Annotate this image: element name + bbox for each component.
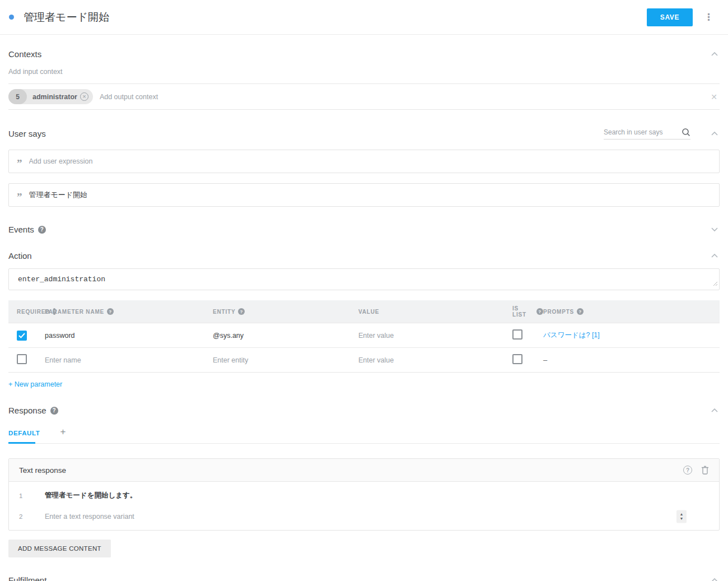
islist-checkbox[interactable] bbox=[512, 354, 522, 364]
add-input-context-field[interactable] bbox=[8, 68, 720, 76]
response-help-icon[interactable]: ? bbox=[50, 407, 58, 415]
prompts-empty-dash: – bbox=[543, 356, 547, 364]
col-prompts-label: PROMPTS bbox=[543, 309, 574, 315]
events-expand-icon[interactable] bbox=[710, 226, 720, 233]
user-says-search bbox=[604, 128, 690, 140]
response-variant-input[interactable] bbox=[45, 513, 709, 520]
parameter-name-help-icon[interactable]: ? bbox=[107, 308, 114, 315]
contexts-section: Contexts 5 administrator × ✕ bbox=[8, 49, 720, 110]
response-collapse-icon[interactable] bbox=[710, 407, 720, 414]
text-response-card-header: Text response ? bbox=[9, 459, 719, 482]
response-heading: Response bbox=[8, 406, 46, 415]
action-section: Action bbox=[8, 251, 720, 290]
clear-contexts-icon[interactable]: ✕ bbox=[708, 91, 720, 103]
user-expression-text[interactable]: 管理者モード開始 bbox=[29, 190, 88, 200]
search-icon bbox=[682, 128, 690, 137]
required-checkbox-checked[interactable] bbox=[17, 331, 27, 341]
col-entity-label: ENTITY bbox=[213, 309, 235, 315]
col-value-label: VALUE bbox=[358, 309, 379, 315]
parameter-entity-input[interactable] bbox=[213, 356, 344, 364]
stepper-up-icon[interactable]: ▲ bbox=[680, 512, 684, 516]
tab-default[interactable]: DEFAULT bbox=[8, 426, 41, 443]
parameter-value-input[interactable] bbox=[358, 356, 497, 364]
quote-icon: ” bbox=[17, 195, 22, 199]
add-response-tab-icon[interactable]: + bbox=[58, 426, 68, 443]
context-chip-remove-icon[interactable]: × bbox=[80, 92, 88, 101]
parameter-name-input[interactable] bbox=[45, 356, 196, 364]
prompts-link[interactable]: パスワードは? [1] bbox=[543, 331, 600, 339]
col-islist-label: IS LIST bbox=[512, 305, 534, 318]
add-user-expression-box: ” bbox=[8, 150, 720, 173]
output-context-chip: 5 administrator × bbox=[8, 89, 93, 104]
action-collapse-icon[interactable] bbox=[710, 252, 720, 259]
response-row-index: 2 bbox=[19, 513, 36, 520]
user-expression-row[interactable]: ” 管理者モード開始 bbox=[8, 183, 720, 207]
delete-response-icon[interactable] bbox=[701, 466, 709, 475]
more-options-icon[interactable]: ⋮ bbox=[701, 10, 717, 24]
context-lifespan-badge[interactable]: 5 bbox=[8, 89, 27, 104]
response-variant-text[interactable]: 管理者モードを開始します。 bbox=[45, 491, 137, 500]
events-help-icon[interactable]: ? bbox=[38, 226, 46, 234]
text-response-row-empty: 2 ▲ ▼ bbox=[9, 506, 719, 527]
prompts-help-icon[interactable]: ? bbox=[577, 308, 584, 315]
text-response-help-icon[interactable]: ? bbox=[683, 466, 692, 475]
user-says-collapse-icon[interactable] bbox=[710, 130, 720, 137]
context-chip-label: administrator bbox=[27, 93, 80, 101]
entity-help-icon[interactable]: ? bbox=[238, 308, 245, 315]
parameters-table: REQUIRED ? PARAMETER NAME ? ENTITY ? VAL… bbox=[8, 300, 720, 373]
quote-icon: ” bbox=[17, 161, 22, 166]
user-says-section: User says ” ” bbox=[8, 128, 720, 207]
text-response-row: 1 管理者モードを開始します。 bbox=[9, 485, 719, 506]
parameters-header-row: REQUIRED ? PARAMETER NAME ? ENTITY ? VAL… bbox=[8, 300, 720, 323]
action-name-input[interactable] bbox=[18, 275, 710, 283]
add-user-expression-input[interactable] bbox=[29, 157, 712, 165]
action-input-box bbox=[8, 268, 720, 290]
events-heading: Events bbox=[8, 225, 34, 234]
events-section: Events ? bbox=[8, 225, 720, 234]
intent-editor-page: 管理者モード開始 SAVE ⋮ Contexts 5 administrator… bbox=[0, 0, 728, 581]
add-output-context-field[interactable] bbox=[100, 93, 708, 101]
search-user-says-input[interactable] bbox=[604, 128, 674, 136]
parameter-name-input[interactable] bbox=[45, 332, 196, 340]
fulfillment-section: Fulfillment Use webhook Use webhook for … bbox=[8, 575, 720, 581]
input-context-row bbox=[8, 59, 720, 84]
islist-checkbox[interactable] bbox=[512, 329, 522, 340]
text-response-card: Text response ? 1 管理者モードを開始します。 2 bbox=[8, 458, 720, 531]
response-section: Response ? DEFAULT + Text response ? bbox=[8, 406, 720, 557]
active-tab-indicator bbox=[8, 442, 35, 444]
parameter-row: パスワードは? [1] bbox=[8, 323, 720, 347]
resize-grip-icon[interactable] bbox=[713, 278, 718, 289]
variant-stepper[interactable]: ▲ ▼ bbox=[676, 510, 687, 523]
action-heading: Action bbox=[8, 251, 32, 261]
parameter-entity-input[interactable] bbox=[213, 332, 344, 340]
user-says-heading: User says bbox=[8, 129, 46, 138]
fulfillment-heading: Fulfillment bbox=[8, 575, 46, 581]
new-parameter-link[interactable]: + New parameter bbox=[8, 380, 62, 388]
save-button[interactable]: SAVE bbox=[647, 8, 693, 26]
islist-help-icon[interactable]: ? bbox=[536, 308, 543, 315]
intent-status-dot bbox=[9, 15, 14, 20]
response-tabs: DEFAULT + bbox=[8, 426, 720, 444]
intent-header: 管理者モード開始 SAVE ⋮ bbox=[0, 0, 728, 35]
response-row-index: 1 bbox=[19, 492, 36, 499]
output-context-row: 5 administrator × ✕ bbox=[8, 84, 720, 110]
add-message-content-button[interactable]: ADD MESSAGE CONTENT bbox=[8, 540, 111, 557]
stepper-down-icon[interactable]: ▼ bbox=[680, 517, 684, 521]
required-checkbox[interactable] bbox=[17, 354, 27, 364]
intent-title: 管理者モード開始 bbox=[24, 10, 647, 25]
col-name-label: PARAMETER NAME bbox=[45, 309, 104, 315]
contexts-collapse-icon[interactable] bbox=[710, 50, 720, 58]
fulfillment-collapse-icon[interactable] bbox=[710, 577, 720, 581]
text-response-title: Text response bbox=[19, 466, 66, 475]
parameter-row-empty: – bbox=[8, 347, 720, 372]
parameter-value-input[interactable] bbox=[358, 332, 497, 340]
contexts-heading: Contexts bbox=[8, 49, 41, 59]
